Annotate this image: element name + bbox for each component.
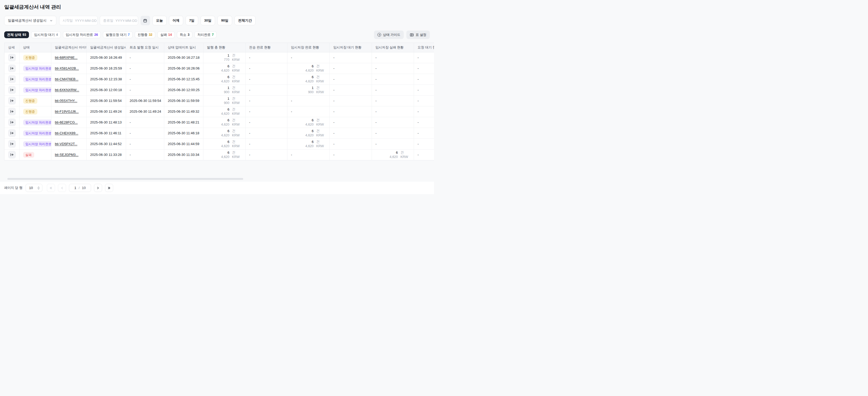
- date-type-select[interactable]: 일괄세금계산서 생성일시: [4, 16, 56, 25]
- quick-range-button[interactable]: 90일: [217, 16, 232, 25]
- first-requested-cell: -: [126, 128, 164, 139]
- total-cell: 6건4,620KRW: [203, 117, 245, 128]
- row-detail-button[interactable]: [8, 129, 16, 137]
- page: { "page": { "title": "일괄세금계산서 내역 관리" }, …: [0, 0, 434, 198]
- count-unit: 건: [316, 64, 326, 68]
- detail-cell: [4, 139, 19, 149]
- row-detail-button[interactable]: [8, 86, 16, 94]
- created-cell: 2025-06-30 11:49:24: [86, 106, 126, 117]
- draft-fail-cell: -: [372, 128, 414, 139]
- amount-value: 4,620: [221, 133, 229, 138]
- count-value: 6: [227, 107, 229, 112]
- currency-unit: KRW: [232, 101, 242, 105]
- count-summary: 6건4,620KRW: [207, 140, 242, 149]
- count-summary: 6건4,620KRW: [291, 75, 326, 84]
- calendar-button[interactable]: [141, 16, 150, 25]
- currency-unit: KRW: [232, 90, 242, 94]
- invoice-id-link[interactable]: bti-VD5PX2T...: [55, 142, 78, 146]
- invoice-id-link[interactable]: bti-68RXP8E...: [55, 56, 78, 60]
- quick-range-button[interactable]: 오늘: [152, 16, 166, 25]
- row-detail-button[interactable]: [8, 54, 16, 61]
- column-header-sent: 전송 완료 현황: [245, 43, 287, 52]
- row-detail-button[interactable]: [8, 108, 16, 115]
- draft-done-cell: 6건4,620KRW: [287, 74, 330, 85]
- status-cell: 임시저장 처리완료: [19, 74, 51, 85]
- invoice-id-link[interactable]: bti-6E28FCG...: [55, 120, 78, 124]
- status-tab[interactable]: 발행요청 대기7: [103, 31, 132, 38]
- status-badge: 임시저장 처리완료: [23, 120, 51, 125]
- status-tab[interactable]: 임시저장 대기4: [31, 31, 61, 38]
- status-tab-count: 26: [94, 33, 98, 37]
- invoice-id-link[interactable]: bti-CMAT6EB...: [55, 77, 79, 81]
- horizontal-scrollbar-thumb[interactable]: [7, 178, 243, 180]
- invoice-id-cell: bti-SEJGPM3...: [51, 149, 86, 160]
- status-tab[interactable]: 취소3: [177, 31, 192, 38]
- status-tab[interactable]: 임시저장 처리완료26: [63, 31, 101, 38]
- updated-cell: 2025-06-30 11:46:18: [164, 128, 203, 139]
- created-cell: 2025-06-30 12:00:18: [86, 85, 126, 95]
- table-settings-button[interactable]: 표 설정: [406, 31, 430, 39]
- quick-range-button[interactable]: 어제: [169, 16, 183, 25]
- status-tab-label: 처리완료: [197, 33, 211, 37]
- rows-per-page-select[interactable]: 10: [26, 184, 42, 192]
- updated-cell: 2025-06-30 16:27:18: [164, 52, 203, 63]
- created-cell: 2025-06-30 11:44:52: [86, 139, 126, 149]
- status-tab[interactable]: 처리완료7: [194, 31, 217, 38]
- amount-value: 4,620: [221, 68, 229, 73]
- previous-page-button[interactable]: [58, 184, 66, 192]
- end-date-input[interactable]: 종료일 YYYY-MM-DD: [100, 16, 138, 25]
- status-tab[interactable]: 진행중32: [135, 31, 155, 38]
- count-line: 6건: [312, 129, 326, 133]
- quick-range-button[interactable]: 30일: [200, 16, 215, 25]
- count-unit: 건: [232, 118, 242, 122]
- first-page-button[interactable]: [47, 184, 55, 192]
- next-page-button[interactable]: [94, 184, 102, 192]
- amount-line: 4,620KRW: [221, 144, 241, 149]
- status-badge: 임시저장 처리완료: [23, 66, 51, 71]
- start-date-placeholder-format: YYYY-MM-DD: [75, 19, 97, 23]
- invoice-id-link[interactable]: bti-SEJGPM3...: [55, 153, 79, 157]
- draft-wait-cell: -: [330, 106, 372, 117]
- row-detail-button[interactable]: [8, 97, 16, 104]
- count-summary: 6건4,620KRW: [376, 150, 410, 159]
- quick-range-button[interactable]: 7일: [186, 16, 198, 25]
- row-detail-button[interactable]: [8, 140, 16, 148]
- count-value: 1: [312, 86, 313, 90]
- row-detail-button[interactable]: [8, 75, 16, 83]
- status-badge: 임시저장 처리완료: [23, 87, 51, 93]
- quick-range-button[interactable]: 전체기간: [235, 16, 255, 25]
- invoice-id-link[interactable]: bti-CHEHX89...: [55, 131, 79, 135]
- row-detail-button[interactable]: [8, 64, 16, 72]
- first-requested-cell: -: [126, 149, 164, 160]
- invoice-id-link[interactable]: bti-05SXTHY...: [55, 99, 78, 103]
- row-detail-button[interactable]: [8, 119, 16, 126]
- chevron-down-icon: [50, 19, 53, 22]
- table-scroll-area[interactable]: 상세상태일괄세금계산서 아이디일괄세금계산서 생성일시최초 발행 요청 일시상태…: [4, 43, 434, 160]
- amount-value: 4,620: [305, 144, 313, 149]
- row-detail-button[interactable]: [8, 151, 16, 158]
- status-guide-button[interactable]: ? 상태 가이드: [374, 31, 404, 39]
- detail-cell: [4, 106, 19, 117]
- status-cell: 임시저장 처리완료: [19, 85, 51, 95]
- amount-line: 900KRW: [224, 101, 242, 105]
- status-tab[interactable]: 전체 상태93: [4, 31, 29, 38]
- start-date-input[interactable]: 시작일 YYYY-MM-DD: [59, 16, 98, 25]
- detail-arrow-icon: [10, 110, 14, 113]
- last-page-button[interactable]: [105, 184, 113, 192]
- created-cell: 2025-06-30 12:15:38: [86, 74, 126, 85]
- amount-line: 4,620KRW: [305, 68, 326, 73]
- currency-unit: KRW: [232, 155, 242, 159]
- updated-cell: 2025-06-30 11:49:32: [164, 106, 203, 117]
- invoice-id-link[interactable]: bti-X581A02B...: [55, 66, 79, 70]
- updated-cell: 2025-06-30 11:59:59: [164, 95, 203, 106]
- invoice-id-link[interactable]: bti-6XKNXRW...: [55, 88, 79, 92]
- sent-cell: -: [245, 128, 287, 139]
- status-tab[interactable]: 실패14: [157, 31, 175, 38]
- double-chevron-right-icon: [107, 186, 111, 189]
- sent-cell: -: [245, 63, 287, 74]
- invoice-id-link[interactable]: bti-F19VGJJ6...: [55, 110, 79, 114]
- invoice-id-cell: bti-68RXP8E...: [51, 52, 86, 63]
- draft-done-cell: 6건4,620KRW: [287, 128, 330, 139]
- amount-line: 900KRW: [224, 90, 242, 94]
- created-cell: 2025-06-30 16:26:49: [86, 52, 126, 63]
